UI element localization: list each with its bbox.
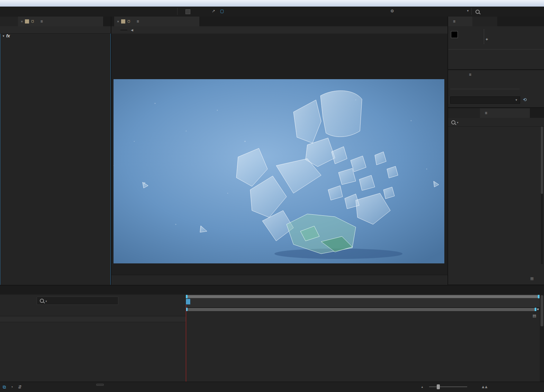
reset-shortcut-icon[interactable]: ⟲	[523, 97, 527, 102]
info-a-label	[459, 43, 461, 47]
fx-scrollbar[interactable]	[541, 127, 543, 264]
tool-bar: ↗ ▢ ⚙ ▼	[0, 7, 544, 17]
timeline-tabbar	[0, 286, 544, 295]
fx-badge-icon: fx	[6, 34, 10, 38]
tab-project[interactable]	[0, 17, 21, 27]
fx-category-list	[448, 127, 544, 265]
panel-menu-icon[interactable]: ≡	[137, 19, 139, 24]
timeline-bottom-bar: ⧉ ◔ ⇵ ▲ ▲▲	[0, 382, 544, 392]
timeline-zoom-slider[interactable]	[429, 386, 467, 387]
tab-audio[interactable]	[472, 17, 497, 26]
playhead-line	[186, 305, 186, 382]
ec-breadcrumb	[0, 26, 114, 34]
panel-menu-icon[interactable]: ≡	[40, 19, 43, 24]
tab-composition[interactable]: × Ω ≡	[114, 17, 199, 26]
timeline-vscrollbar[interactable]	[540, 295, 544, 382]
navigator-start-bracket[interactable]	[186, 295, 188, 298]
timeline-track-area[interactable]: ▼ ▤	[186, 295, 540, 382]
fx-search-row: ▼	[448, 118, 544, 127]
fx-tabbar: ≡	[448, 108, 544, 118]
help-search-icon[interactable]	[475, 10, 480, 14]
info-divider	[484, 29, 484, 44]
sampled-color-swatch	[451, 31, 458, 38]
timeline-panel: ▼ ▼ ▤ ⧉ ◔ ⇵ ▲	[0, 286, 544, 392]
chevron-down-icon: ▼	[515, 99, 518, 102]
close-icon[interactable]: ×	[21, 19, 23, 24]
panel-swatch	[121, 19, 125, 24]
panel-menu-icon[interactable]: ≡	[469, 72, 471, 77]
time-navigator[interactable]	[186, 295, 540, 298]
comp-marker-bin-icon[interactable]: ▤	[533, 314, 536, 318]
lock-open-icon: Ω	[127, 19, 130, 24]
effect-controls-panel: × Ω ≡ ▼ fx	[0, 17, 111, 286]
comp-navigator-bar: ◀	[111, 26, 456, 34]
crosshair-icon: +	[486, 37, 488, 42]
panel-grip-icon: ▦	[530, 276, 534, 281]
comp-crumb-current[interactable]	[120, 30, 127, 30]
info-body: +	[448, 26, 544, 69]
in-out-columns-icon[interactable]: ⇵	[18, 384, 22, 390]
navigator-end-bracket[interactable]	[538, 295, 540, 298]
comp-marker-icon[interactable]: ◔	[10, 384, 13, 390]
search-icon[interactable]	[451, 120, 455, 124]
timeline-search-input[interactable]: ▼	[37, 297, 118, 305]
info-hr	[448, 49, 544, 49]
transport-controls	[451, 81, 541, 87]
zoom-out-mountain-icon[interactable]: ▲	[421, 385, 424, 389]
preview-hr	[450, 89, 519, 89]
lock-open-icon: Ω	[31, 19, 34, 24]
timeline-column-header	[0, 316, 186, 322]
comp-bottom-toolbar	[111, 275, 447, 286]
timeline-toolbar	[119, 297, 185, 305]
tab-effects-presets[interactable]: ≡	[480, 108, 530, 118]
toolbar-divider	[471, 8, 472, 15]
zoom-slider-handle[interactable]	[437, 384, 440, 389]
info-tabbar: ≡	[448, 17, 544, 26]
search-chevron-icon: ▼	[456, 121, 459, 124]
search-chevron-icon: ▼	[45, 300, 47, 302]
playhead-handle[interactable]	[186, 299, 190, 305]
panel-menu-icon[interactable]: ≡	[453, 19, 455, 24]
crumb-arrow-icon: ◀	[131, 28, 133, 32]
timeline-left: ▼	[0, 295, 186, 382]
toggle-switches-modes-button[interactable]	[96, 384, 104, 386]
close-icon[interactable]: ×	[117, 19, 119, 24]
menu-bar	[0, 0, 544, 7]
info-panel: ≡ +	[448, 17, 544, 69]
tab-info[interactable]: ≡	[448, 17, 473, 26]
effect-header: ▼ fx	[0, 33, 111, 39]
preview-panel: ≡ ▼ ⟲	[448, 70, 544, 107]
search-icon	[40, 299, 44, 303]
divider[interactable]	[447, 17, 448, 286]
rendered-frame-shattered-glass	[114, 79, 444, 263]
panel-menu-icon[interactable]: ≡	[485, 111, 487, 115]
divider[interactable]	[111, 17, 111, 286]
zoom-in-mountain-icon[interactable]: ▲▲	[481, 384, 487, 389]
toolbar-divider	[177, 8, 178, 15]
work-area-bar[interactable]: ▼	[186, 308, 540, 311]
effects-presets-panel: ≡ ▼ ▦	[448, 108, 544, 284]
snap-angle-icon[interactable]: ↗	[212, 9, 215, 13]
ec-tabbar: × Ω ≡	[0, 17, 111, 26]
panel-swatch	[25, 19, 29, 24]
expand-layers-icon[interactable]: ⧉	[3, 384, 6, 390]
comp-viewport[interactable]	[111, 34, 447, 275]
tab-effect-controls[interactable]: × Ω ≡	[18, 17, 103, 26]
snapping-checkbox[interactable]	[185, 9, 190, 14]
effect-collapse-icon[interactable]: ▼	[2, 35, 5, 38]
composition-panel: × Ω ≡ ◀	[111, 17, 447, 286]
workspace-chevron-icon: ▼	[466, 9, 469, 12]
comp-tabbar: × Ω ≡	[111, 17, 447, 26]
snap-bounds-icon[interactable]: ▢	[220, 9, 224, 13]
shortcut-select[interactable]: ▼	[450, 96, 520, 104]
tab-libraries[interactable]	[448, 108, 483, 118]
sync-settings-icon[interactable]: ⚙	[390, 9, 394, 13]
time-ruler[interactable]	[186, 298, 540, 308]
work-area-marker[interactable]: ▼	[536, 308, 540, 311]
